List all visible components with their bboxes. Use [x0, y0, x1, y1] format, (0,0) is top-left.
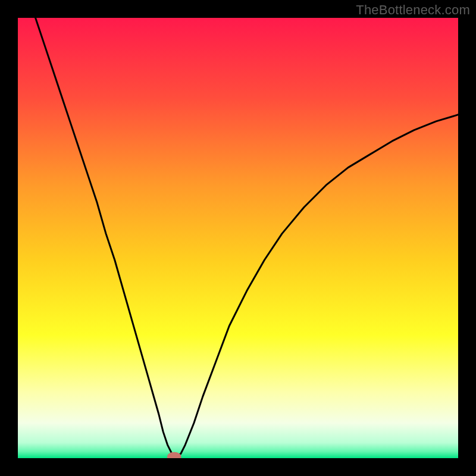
chart-frame: TheBottleneck.com: [0, 0, 476, 476]
gradient-background: [18, 18, 458, 458]
watermark-text: TheBottleneck.com: [356, 2, 470, 18]
bottleneck-chart-svg: [18, 18, 458, 458]
plot-area: [18, 18, 458, 458]
